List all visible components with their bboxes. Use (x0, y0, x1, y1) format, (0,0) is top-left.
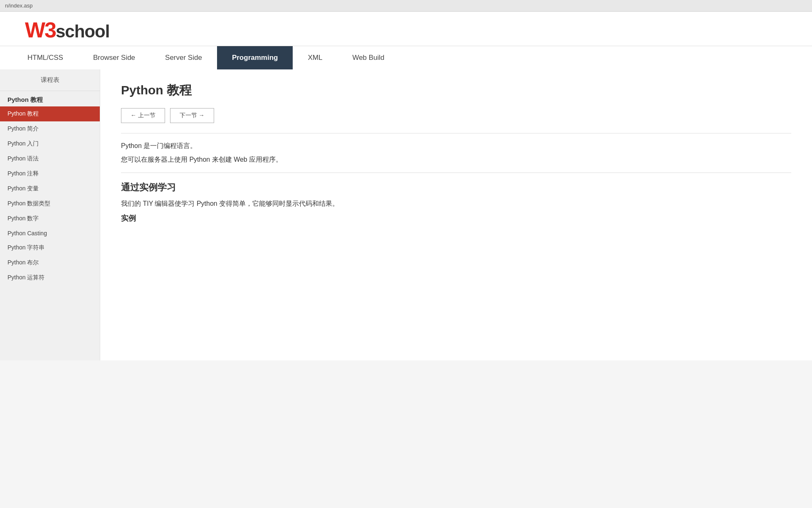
intro-line1: Python 是一门编程语言。 (121, 142, 791, 150)
page-title: Python 教程 (121, 82, 791, 99)
nav-buttons: ← 上一节 下一节 → (121, 108, 791, 123)
tab-server-side[interactable]: Server Side (150, 46, 217, 69)
tab-programming[interactable]: Programming (217, 46, 293, 69)
main-layout: 课程表 Python 教程 Python 教程 Python 简介 Python… (0, 69, 812, 360)
sidebar-item-python-getting-started[interactable]: Python 入门 (0, 136, 100, 151)
logo-w3: W3 (25, 19, 56, 41)
address-bar: n/index.asp (0, 0, 812, 12)
header: W3school (0, 12, 812, 46)
divider-1 (121, 133, 791, 133)
main-content: Python 教程 ← 上一节 下一节 → Python 是一门编程语言。 您可… (100, 69, 812, 360)
sidebar: 课程表 Python 教程 Python 教程 Python 简介 Python… (0, 69, 100, 360)
sidebar-item-python-comments[interactable]: Python 注释 (0, 166, 100, 181)
sidebar-item-python-booleans[interactable]: Python 布尔 (0, 255, 100, 270)
sidebar-item-python-intro[interactable]: Python 简介 (0, 121, 100, 136)
sidebar-item-python-strings[interactable]: Python 字符串 (0, 240, 100, 255)
nav-tabs: HTML/CSS Browser Side Server Side Progra… (0, 46, 812, 69)
tab-html-css[interactable]: HTML/CSS (12, 46, 78, 69)
sidebar-item-python-tutorial[interactable]: Python 教程 (0, 106, 100, 121)
tab-web-build[interactable]: Web Build (337, 46, 399, 69)
sidebar-item-python-operators[interactable]: Python 运算符 (0, 270, 100, 285)
divider-2 (121, 173, 791, 173)
sidebar-section-header: Python 教程 (0, 91, 100, 106)
example-label: 实例 (121, 213, 791, 223)
sidebar-item-python-casting[interactable]: Python Casting (0, 226, 100, 240)
sidebar-item-python-numbers[interactable]: Python 数字 (0, 211, 100, 226)
sidebar-item-python-syntax[interactable]: Python 语法 (0, 151, 100, 166)
section-desc: 我们的 TIY 编辑器使学习 Python 变得简单，它能够同时显示代码和结果。 (121, 200, 791, 208)
intro-line2: 您可以在服务器上使用 Python 来创建 Web 应用程序。 (121, 155, 791, 164)
url-text: n/index.asp (5, 2, 33, 9)
tab-browser-side[interactable]: Browser Side (78, 46, 150, 69)
section-title: 通过实例学习 (121, 181, 791, 194)
sidebar-item-python-variables[interactable]: Python 变量 (0, 181, 100, 196)
next-button[interactable]: 下一节 → (170, 108, 214, 123)
sidebar-title: 课程表 (0, 69, 100, 91)
logo: W3school (25, 19, 787, 42)
prev-button[interactable]: ← 上一节 (121, 108, 165, 123)
sidebar-item-python-data-types[interactable]: Python 数据类型 (0, 196, 100, 211)
tab-xml[interactable]: XML (293, 46, 337, 69)
logo-school: school (56, 22, 109, 42)
